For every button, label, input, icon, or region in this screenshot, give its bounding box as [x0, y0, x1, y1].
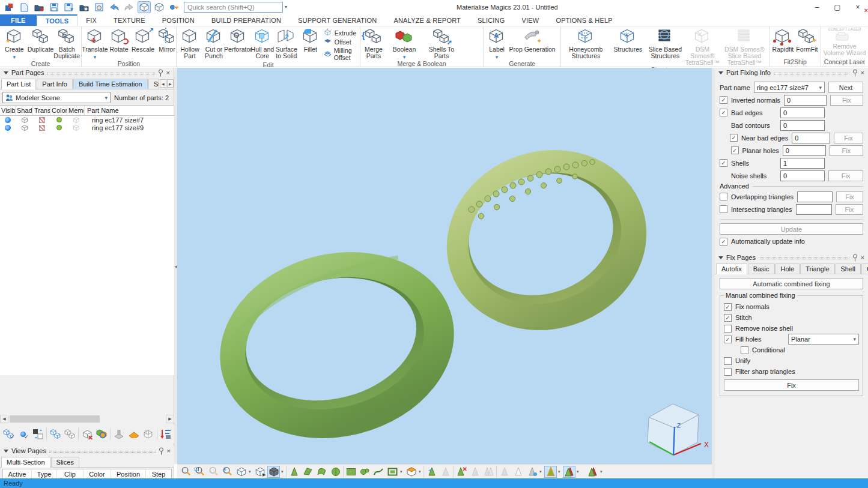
- chevron-down-icon[interactable]: ▾: [400, 469, 404, 474]
- chevron-down-icon[interactable]: ▾: [577, 469, 580, 474]
- tab-part-list[interactable]: Part List: [1, 79, 36, 89]
- tab-fix[interactable]: FIX: [77, 14, 105, 26]
- pin-icon[interactable]: [159, 447, 164, 455]
- redo-icon[interactable]: [123, 1, 136, 13]
- fillet-button[interactable]: Fillet: [299, 27, 323, 53]
- tab-texture[interactable]: TEXTURE: [105, 14, 154, 26]
- new-document-icon[interactable]: [17, 1, 31, 13]
- fill-holes-mode-select[interactable]: Planar: [788, 334, 859, 345]
- rapidfit-button[interactable]: Rapidfit: [771, 27, 795, 53]
- invert-selection-icon[interactable]: [31, 427, 43, 441]
- shaded-view-icon[interactable]: [267, 466, 280, 478]
- import-part-icon[interactable]: [32, 1, 46, 13]
- slice-based-structures-button[interactable]: Slice Based Structures: [646, 27, 684, 59]
- honeycomb-structures-button[interactable]: Honeycomb Structures: [562, 27, 609, 59]
- scroll-right-icon[interactable]: ▶: [166, 415, 174, 423]
- chevron-down-icon[interactable]: ▾: [539, 469, 543, 474]
- tab-shell[interactable]: Shell: [836, 264, 861, 274]
- noise-shells-value[interactable]: 0: [780, 170, 825, 181]
- rescale-button[interactable]: ↗Rescale: [131, 27, 155, 53]
- unmark-plane-icon[interactable]: [439, 466, 452, 478]
- tab-slices[interactable]: Slices: [51, 457, 79, 467]
- collapse-arrow-icon[interactable]: [4, 71, 8, 74]
- customize-toolbar-icon[interactable]: ▾: [285, 5, 287, 10]
- tab-view[interactable]: VIEW: [513, 14, 547, 26]
- fix-button-main[interactable]: Fix: [724, 379, 859, 391]
- shade-marked-icon[interactable]: [544, 466, 557, 478]
- milling-offset-button[interactable]: Milling Offset: [324, 47, 356, 61]
- planar-holes-checkbox[interactable]: [731, 146, 739, 154]
- next-part-button[interactable]: Next: [828, 82, 863, 93]
- rotate-button[interactable]: Rotate: [107, 27, 131, 53]
- fix-button[interactable]: Fix: [828, 170, 863, 181]
- part-name-select[interactable]: ring ec177 size#7: [754, 82, 825, 93]
- zoom-icon[interactable]: [180, 466, 192, 478]
- color-swatch[interactable]: [56, 125, 62, 130]
- transparency-icon[interactable]: [39, 125, 45, 131]
- normals-view-icon[interactable]: [586, 466, 599, 478]
- fix-button[interactable]: Fix: [836, 204, 863, 215]
- overlapping-triangles-value[interactable]: [797, 191, 833, 202]
- freeform-select-icon[interactable]: [372, 466, 385, 478]
- near-bad-edges-value[interactable]: 0: [792, 133, 830, 143]
- app-logo-icon[interactable]: [2, 1, 16, 13]
- sort-list-icon[interactable]: [160, 427, 172, 441]
- collapse-arrow-icon[interactable]: [718, 71, 723, 74]
- conditional-checkbox[interactable]: [741, 346, 748, 354]
- label-button[interactable]: ALabel: [485, 27, 509, 60]
- intersecting-triangles-checkbox[interactable]: [720, 205, 727, 213]
- part-name[interactable]: ring ec177 size#9: [85, 124, 174, 131]
- save-project-icon[interactable]: [93, 1, 106, 13]
- part-name[interactable]: ring ec177 size#7: [85, 116, 174, 124]
- bad-edges-checkbox[interactable]: [720, 109, 727, 116]
- tab-slicing[interactable]: SLICING: [469, 14, 513, 26]
- filter-sharp-triangles-checkbox[interactable]: [724, 368, 732, 376]
- zoom-all-icon[interactable]: ✳: [221, 466, 234, 478]
- build-plate-icon[interactable]: [128, 427, 140, 441]
- duplicate-button[interactable]: Duplicate: [28, 27, 54, 53]
- tab-streamics-part[interactable]: Streamics Part: [148, 79, 159, 89]
- extrude-button[interactable]: ↑Extrude: [324, 29, 356, 37]
- remove-noise-shell-checkbox[interactable]: [724, 325, 732, 333]
- brush-select-icon[interactable]: [405, 466, 417, 478]
- fix-button[interactable]: Fix: [834, 133, 863, 143]
- tab-position[interactable]: POSITION: [154, 14, 203, 26]
- stamp-marked-icon[interactable]: [469, 466, 481, 478]
- translate-dropdown[interactable]: [94, 53, 97, 60]
- planar-holes-value[interactable]: 0: [783, 145, 826, 156]
- inverted-normals-checkbox[interactable]: [720, 96, 727, 104]
- boolean-button[interactable]: Boolean: [386, 27, 423, 60]
- surface-to-solid-button[interactable]: Surface to Solid: [275, 27, 299, 59]
- color-swatch[interactable]: [56, 117, 62, 122]
- formfit-button[interactable]: ✦FormFit: [795, 27, 819, 53]
- structures-button[interactable]: ✳Structures: [609, 27, 646, 53]
- close-panel-icon[interactable]: ×: [861, 255, 864, 261]
- tab-options-help[interactable]: OPTIONS & HELP: [547, 14, 621, 26]
- pin-icon[interactable]: [158, 69, 163, 77]
- create-button[interactable]: ✦Create: [1, 27, 28, 60]
- delete-marked-icon[interactable]: ✕: [455, 466, 467, 478]
- create-dropdown[interactable]: [13, 53, 16, 60]
- select-triangles-icon[interactable]: [288, 466, 300, 478]
- tab-build-time-estimation[interactable]: Build Time Estimation: [73, 79, 148, 89]
- viewport-3d[interactable]: X Z: [177, 68, 712, 464]
- collapse-arrow-icon[interactable]: [4, 450, 8, 453]
- delete-part-icon[interactable]: ✕: [81, 427, 93, 441]
- undo-icon[interactable]: [108, 1, 121, 13]
- overlapping-triangles-checkbox[interactable]: [720, 193, 727, 200]
- minimize-button[interactable]: –: [807, 0, 827, 14]
- two-sided-icon[interactable]: [563, 466, 575, 478]
- close-panel-icon[interactable]: ×: [167, 448, 171, 454]
- auto-update-checkbox[interactable]: [720, 238, 727, 246]
- chevron-down-icon[interactable]: ▾: [249, 469, 252, 474]
- close-panel-icon[interactable]: ×: [861, 70, 864, 76]
- tab-hole[interactable]: Hole: [775, 264, 800, 274]
- update-button[interactable]: Update: [720, 223, 863, 235]
- select-parts-icon[interactable]: ✓: [2, 427, 14, 441]
- batch-duplicate-button[interactable]: ⚙Batch Duplicate: [53, 27, 80, 59]
- select-view-icon[interactable]: ➤: [253, 466, 266, 478]
- toggle-visibility-icon[interactable]: ✓: [17, 427, 29, 441]
- tab-scroll-right-icon[interactable]: ▶: [167, 79, 174, 88]
- bad-contours-value[interactable]: 0: [780, 120, 825, 131]
- move-marked-icon[interactable]: [498, 466, 511, 478]
